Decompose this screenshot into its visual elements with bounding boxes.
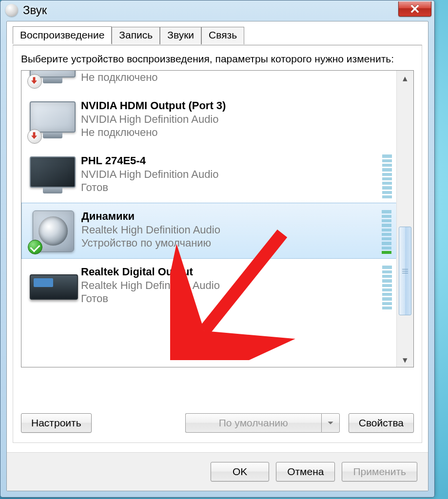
level-meter: [382, 266, 392, 309]
instruction-text: Выберите устройство воспроизведения, пар…: [21, 52, 414, 65]
cancel-button[interactable]: Отмена: [276, 462, 335, 481]
status-badge-disconnected-icon: [27, 74, 42, 89]
dropdown-arrow[interactable]: [321, 413, 340, 433]
apply-button[interactable]: Применить: [342, 462, 417, 481]
device-subtitle: NVIDIA High Definition Audio: [81, 168, 378, 181]
device-row[interactable]: NVIDIA HDMI Output (Port 3) NVIDIA High …: [21, 93, 397, 148]
device-status: Готов: [81, 181, 378, 194]
level-meter: [382, 210, 391, 254]
svg-line-0: [204, 233, 282, 331]
status-badge-default-icon: [28, 240, 42, 254]
configure-button[interactable]: Настроить: [21, 413, 92, 433]
tab-playback[interactable]: Воспроизведение: [13, 26, 112, 44]
chevron-down-icon: [327, 420, 334, 426]
device-title: Динамики: [81, 210, 378, 223]
tab-communications[interactable]: Связь: [201, 27, 244, 44]
device-icon-monitor: [27, 153, 76, 199]
device-icon-digital: [27, 264, 76, 310]
device-title: NVIDIA HDMI Output (Port 3): [81, 99, 392, 112]
tab-panel: Выберите устройство воспроизведения, пар…: [13, 45, 422, 443]
device-subtitle: NVIDIA High Definition Audio: [81, 113, 392, 126]
set-default-dropdown[interactable]: По умолчанию: [185, 413, 340, 433]
level-meter: [382, 154, 392, 198]
device-status: Не подключено: [81, 71, 392, 84]
device-list-container: NVIDIA HDMI Output (Port 2) NVIDIA High …: [21, 70, 414, 367]
tab-recording[interactable]: Запись: [112, 27, 160, 44]
annotation-arrow-icon: [170, 229, 297, 360]
device-icon-monitor: [27, 71, 76, 89]
titlebar[interactable]: Звук: [0, 0, 434, 20]
scroll-thumb[interactable]: [399, 227, 411, 315]
panel-buttons: Настроить По умолчанию Свойства: [21, 411, 414, 435]
dialog-buttons: OK Отмена Применить: [7, 452, 428, 491]
close-button[interactable]: [398, 1, 431, 17]
set-default-button-label[interactable]: По умолчанию: [185, 413, 321, 433]
client-area: Воспроизведение Запись Звуки Связь Выбер…: [6, 21, 429, 491]
window-title: Звук: [23, 3, 47, 17]
device-icon-speaker: [28, 208, 77, 254]
properties-button[interactable]: Свойства: [349, 413, 414, 433]
device-icon-monitor: [27, 97, 76, 144]
scroll-down-icon[interactable]: ▾: [397, 352, 413, 367]
close-icon: [410, 4, 419, 13]
device-title: PHL 274E5-4: [81, 154, 378, 167]
scrollbar[interactable]: ▴ ▾: [396, 71, 413, 367]
scroll-up-icon[interactable]: ▴: [397, 71, 413, 85]
device-status: Не подключено: [81, 126, 392, 139]
device-row[interactable]: PHL 274E5-4 NVIDIA High Definition Audio…: [21, 148, 397, 203]
device-row[interactable]: NVIDIA HDMI Output (Port 2) NVIDIA High …: [21, 71, 397, 93]
sound-window: Звук Воспроизведение Запись Звуки Связь …: [0, 0, 435, 498]
tabs: Воспроизведение Запись Звуки Связь: [13, 26, 244, 43]
status-badge-disconnected-icon: [27, 129, 42, 144]
tab-sounds[interactable]: Звуки: [160, 27, 201, 44]
sound-icon: [5, 4, 18, 17]
ok-button[interactable]: OK: [211, 462, 269, 481]
